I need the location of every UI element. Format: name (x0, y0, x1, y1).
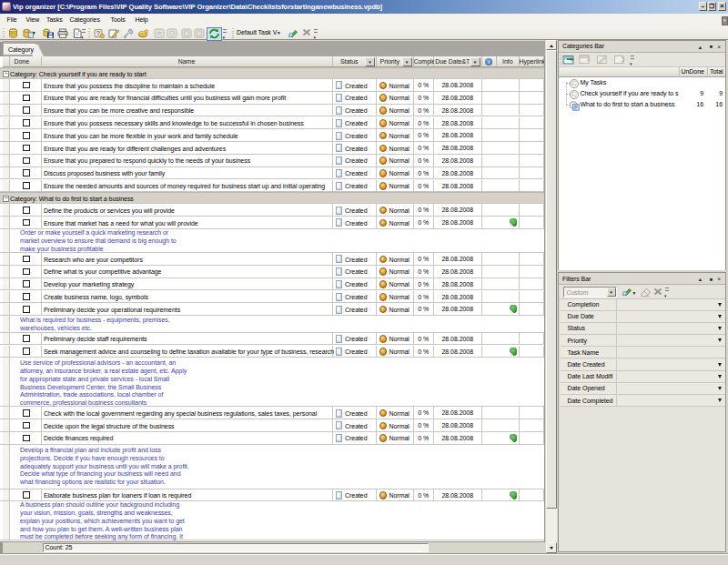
svg-text:?: ? (96, 29, 100, 37)
